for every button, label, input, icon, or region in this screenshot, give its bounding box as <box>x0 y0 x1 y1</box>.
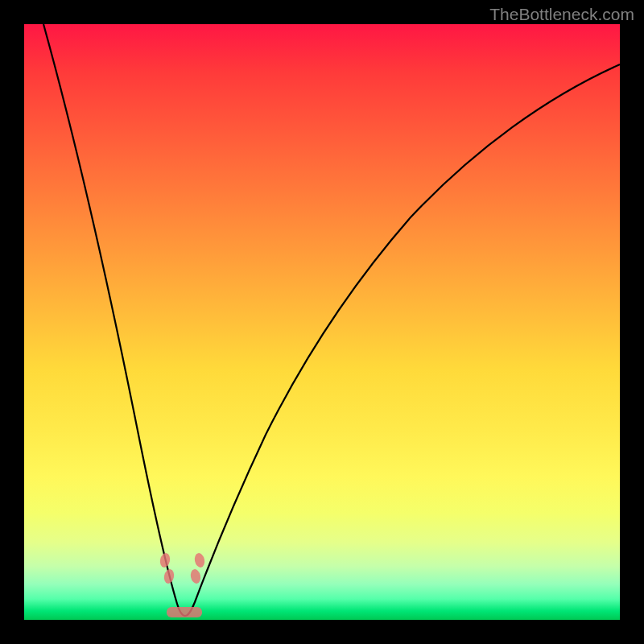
watermark-text: TheBottleneck.com <box>489 5 634 24</box>
marker-left-lower <box>163 568 175 584</box>
chart-plot-area <box>24 24 620 620</box>
marker-bottom-bar <box>167 607 202 617</box>
marker-right-upper <box>193 552 205 568</box>
marker-group <box>159 552 205 617</box>
chart-svg <box>24 24 620 620</box>
bottleneck-curve <box>43 24 620 616</box>
marker-left-upper <box>159 552 171 568</box>
marker-right-lower <box>189 568 201 584</box>
